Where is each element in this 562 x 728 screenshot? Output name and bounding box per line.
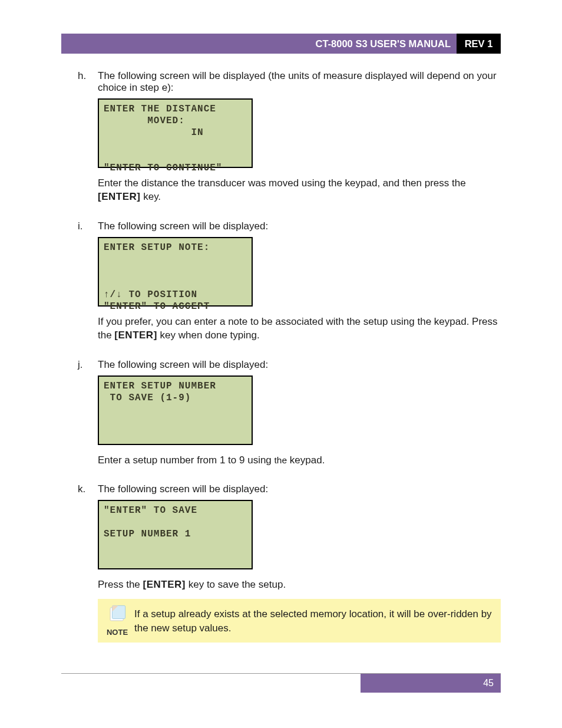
step-j: j. The following screen will be displaye… bbox=[61, 359, 501, 467]
step-i: i. The following screen will be displaye… bbox=[61, 220, 501, 342]
enter-key-label: [ENTER] bbox=[98, 191, 140, 202]
step-k: k. The following screen will be displaye… bbox=[61, 483, 501, 642]
lcd-screen: ENTER THE DISTANCE MOVED: IN "ENTER TO C… bbox=[98, 98, 253, 168]
step-h: h. The following screen will be displaye… bbox=[61, 70, 501, 204]
step-marker: i. bbox=[78, 220, 83, 232]
header-bar: CT-8000 S3 USER'S MANUAL REV 1 bbox=[61, 34, 501, 54]
note-icon bbox=[107, 604, 127, 624]
step-intro: The following screen will be displayed (… bbox=[98, 70, 501, 94]
note-label: NOTE bbox=[100, 628, 134, 637]
header-title: CT-8000 S3 USER'S MANUAL bbox=[61, 34, 457, 54]
step-marker: k. bbox=[78, 483, 85, 495]
page: CT-8000 S3 USER'S MANUAL REV 1 h. The fo… bbox=[0, 0, 562, 728]
note-text: If a setup already exists at the selecte… bbox=[134, 604, 496, 635]
step-intro: The following screen will be displayed: bbox=[98, 359, 501, 371]
step-list: h. The following screen will be displaye… bbox=[61, 70, 501, 643]
step-marker: h. bbox=[78, 70, 86, 82]
step-after: Enter a setup number from 1 to 9 using t… bbox=[98, 453, 501, 467]
step-marker: j. bbox=[78, 359, 83, 371]
lcd-screen: ENTER SETUP NUMBER TO SAVE (1-9) bbox=[98, 375, 253, 445]
step-after: Press the [ENTER] key to save the setup. bbox=[98, 578, 501, 591]
step-intro: The following screen will be displayed: bbox=[98, 483, 501, 495]
enter-key-label: [ENTER] bbox=[143, 579, 186, 590]
step-intro: The following screen will be displayed: bbox=[98, 220, 501, 232]
step-after: Enter the distance the transducer was mo… bbox=[98, 176, 501, 204]
note-box: NOTE If a setup already exists at the se… bbox=[98, 599, 501, 643]
step-after: If you prefer, you can enter a note to b… bbox=[98, 315, 501, 342]
page-number: 45 bbox=[361, 674, 501, 693]
header-rev: REV 1 bbox=[457, 34, 501, 54]
enter-key-label: [ENTER] bbox=[114, 330, 157, 341]
lcd-screen: "ENTER" TO SAVE SETUP NUMBER 1 bbox=[98, 500, 253, 569]
footer: 45 bbox=[61, 673, 501, 693]
lcd-screen: ENTER SETUP NOTE: ↑/↓ TO POSITION "ENTER… bbox=[98, 237, 253, 307]
